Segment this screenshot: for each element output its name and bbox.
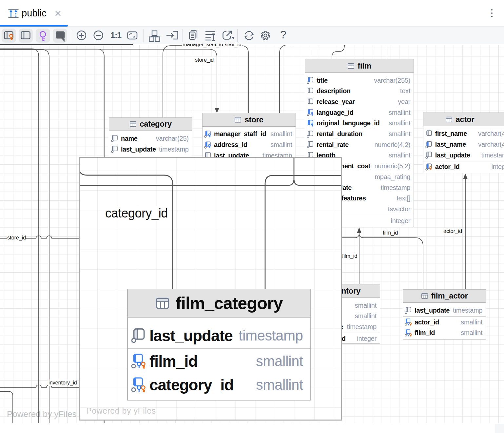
svg-text:1:1: 1:1: [110, 31, 122, 40]
svg-text:?: ?: [280, 28, 286, 41]
